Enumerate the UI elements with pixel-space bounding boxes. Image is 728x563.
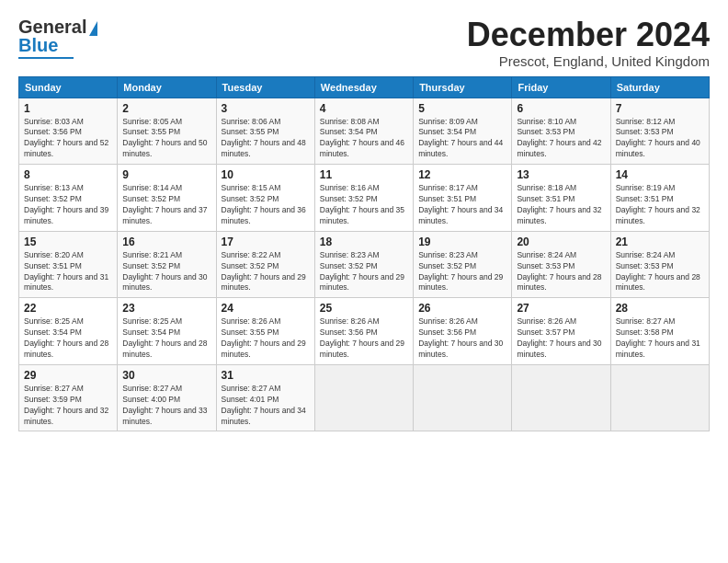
day-info: Sunrise: 8:06 AM Sunset: 3:55 PM Dayligh… bbox=[222, 117, 310, 161]
day-info: Sunrise: 8:10 AM Sunset: 3:53 PM Dayligh… bbox=[517, 117, 605, 161]
day-info: Sunrise: 8:25 AM Sunset: 3:54 PM Dayligh… bbox=[122, 316, 210, 361]
calendar-cell: 24 Sunrise: 8:26 AM Sunset: 3:55 PM Dayl… bbox=[216, 298, 314, 365]
page-header: General Blue December 2024 Prescot, Engl… bbox=[18, 17, 710, 69]
calendar-cell: 9 Sunrise: 8:14 AM Sunset: 3:52 PM Dayli… bbox=[118, 165, 216, 232]
calendar-week-row: 22 Sunrise: 8:25 AM Sunset: 3:54 PM Dayl… bbox=[19, 298, 710, 365]
day-info: Sunrise: 8:03 AM Sunset: 3:56 PM Dayligh… bbox=[24, 117, 112, 161]
day-number: 26 bbox=[418, 302, 506, 315]
weekday-header-row: SundayMondayTuesdayWednesdayThursdayFrid… bbox=[19, 76, 710, 98]
day-info: Sunrise: 8:05 AM Sunset: 3:55 PM Dayligh… bbox=[122, 117, 210, 161]
weekday-header: Wednesday bbox=[314, 76, 413, 98]
logo-text2: Blue bbox=[18, 35, 58, 55]
day-info: Sunrise: 8:08 AM Sunset: 3:54 PM Dayligh… bbox=[320, 117, 408, 161]
day-info: Sunrise: 8:22 AM Sunset: 3:52 PM Dayligh… bbox=[222, 250, 310, 294]
logo-text: General bbox=[18, 17, 97, 37]
day-number: 31 bbox=[222, 369, 310, 382]
calendar-cell: 23 Sunrise: 8:25 AM Sunset: 3:54 PM Dayl… bbox=[118, 298, 216, 365]
weekday-header: Friday bbox=[512, 76, 610, 98]
calendar-cell: 15 Sunrise: 8:20 AM Sunset: 3:51 PM Dayl… bbox=[19, 231, 118, 298]
day-number: 7 bbox=[616, 102, 704, 115]
day-number: 30 bbox=[122, 369, 210, 382]
day-number: 14 bbox=[616, 168, 704, 181]
logo-underline bbox=[18, 57, 74, 59]
day-number: 28 bbox=[616, 302, 704, 315]
day-info: Sunrise: 8:24 AM Sunset: 3:53 PM Dayligh… bbox=[517, 250, 605, 294]
calendar-cell bbox=[610, 364, 709, 431]
day-number: 24 bbox=[222, 302, 310, 315]
weekday-header: Sunday bbox=[19, 76, 118, 98]
weekday-header: Monday bbox=[118, 76, 216, 98]
day-number: 27 bbox=[517, 302, 605, 315]
calendar-cell: 4 Sunrise: 8:08 AM Sunset: 3:54 PM Dayli… bbox=[314, 98, 413, 165]
title-block: December 2024 Prescot, England, United K… bbox=[467, 17, 710, 69]
calendar-page: General Blue December 2024 Prescot, Engl… bbox=[0, 0, 728, 563]
day-number: 12 bbox=[418, 168, 506, 181]
day-number: 21 bbox=[616, 236, 704, 248]
calendar-table: SundayMondayTuesdayWednesdayThursdayFrid… bbox=[18, 76, 710, 432]
calendar-cell: 21 Sunrise: 8:24 AM Sunset: 3:53 PM Dayl… bbox=[610, 231, 709, 298]
day-number: 17 bbox=[222, 236, 310, 248]
day-info: Sunrise: 8:26 AM Sunset: 3:56 PM Dayligh… bbox=[418, 316, 506, 361]
calendar-cell bbox=[414, 364, 512, 431]
calendar-cell: 30 Sunrise: 8:27 AM Sunset: 4:00 PM Dayl… bbox=[118, 364, 216, 431]
calendar-cell: 11 Sunrise: 8:16 AM Sunset: 3:52 PM Dayl… bbox=[314, 165, 413, 232]
calendar-cell: 1 Sunrise: 8:03 AM Sunset: 3:56 PM Dayli… bbox=[19, 98, 118, 165]
day-number: 8 bbox=[24, 168, 112, 181]
calendar-cell: 17 Sunrise: 8:22 AM Sunset: 3:52 PM Dayl… bbox=[216, 231, 314, 298]
day-info: Sunrise: 8:24 AM Sunset: 3:53 PM Dayligh… bbox=[616, 250, 704, 294]
day-info: Sunrise: 8:16 AM Sunset: 3:52 PM Dayligh… bbox=[320, 183, 408, 227]
calendar-cell: 18 Sunrise: 8:23 AM Sunset: 3:52 PM Dayl… bbox=[314, 231, 413, 298]
day-number: 19 bbox=[418, 236, 506, 248]
calendar-week-row: 15 Sunrise: 8:20 AM Sunset: 3:51 PM Dayl… bbox=[19, 231, 710, 298]
calendar-cell: 29 Sunrise: 8:27 AM Sunset: 3:59 PM Dayl… bbox=[19, 364, 118, 431]
day-number: 9 bbox=[122, 168, 210, 181]
day-number: 6 bbox=[517, 102, 605, 115]
calendar-cell: 26 Sunrise: 8:26 AM Sunset: 3:56 PM Dayl… bbox=[414, 298, 512, 365]
weekday-header: Saturday bbox=[610, 76, 709, 98]
day-info: Sunrise: 8:25 AM Sunset: 3:54 PM Dayligh… bbox=[24, 316, 112, 361]
calendar-week-row: 8 Sunrise: 8:13 AM Sunset: 3:52 PM Dayli… bbox=[19, 165, 710, 232]
calendar-cell: 19 Sunrise: 8:23 AM Sunset: 3:52 PM Dayl… bbox=[414, 231, 512, 298]
calendar-week-row: 1 Sunrise: 8:03 AM Sunset: 3:56 PM Dayli… bbox=[19, 98, 710, 165]
day-number: 13 bbox=[517, 168, 605, 181]
day-info: Sunrise: 8:15 AM Sunset: 3:52 PM Dayligh… bbox=[222, 183, 310, 227]
day-info: Sunrise: 8:18 AM Sunset: 3:51 PM Dayligh… bbox=[517, 183, 605, 227]
day-info: Sunrise: 8:23 AM Sunset: 3:52 PM Dayligh… bbox=[320, 250, 408, 294]
calendar-cell: 31 Sunrise: 8:27 AM Sunset: 4:01 PM Dayl… bbox=[216, 364, 314, 431]
calendar-cell: 22 Sunrise: 8:25 AM Sunset: 3:54 PM Dayl… bbox=[19, 298, 118, 365]
calendar-cell: 16 Sunrise: 8:21 AM Sunset: 3:52 PM Dayl… bbox=[118, 231, 216, 298]
day-number: 5 bbox=[418, 102, 506, 115]
location: Prescot, England, United Kingdom bbox=[467, 53, 710, 69]
day-number: 3 bbox=[222, 102, 310, 115]
day-info: Sunrise: 8:12 AM Sunset: 3:53 PM Dayligh… bbox=[616, 117, 704, 161]
day-info: Sunrise: 8:26 AM Sunset: 3:56 PM Dayligh… bbox=[320, 316, 408, 361]
day-info: Sunrise: 8:14 AM Sunset: 3:52 PM Dayligh… bbox=[122, 183, 210, 227]
calendar-cell: 8 Sunrise: 8:13 AM Sunset: 3:52 PM Dayli… bbox=[19, 165, 118, 232]
day-number: 20 bbox=[517, 236, 605, 248]
calendar-cell: 3 Sunrise: 8:06 AM Sunset: 3:55 PM Dayli… bbox=[216, 98, 314, 165]
day-number: 22 bbox=[24, 302, 112, 315]
month-title: December 2024 bbox=[467, 17, 710, 53]
day-info: Sunrise: 8:27 AM Sunset: 3:59 PM Dayligh… bbox=[24, 384, 112, 428]
calendar-cell: 25 Sunrise: 8:26 AM Sunset: 3:56 PM Dayl… bbox=[314, 298, 413, 365]
day-number: 10 bbox=[222, 168, 310, 181]
calendar-cell: 5 Sunrise: 8:09 AM Sunset: 3:54 PM Dayli… bbox=[414, 98, 512, 165]
day-info: Sunrise: 8:19 AM Sunset: 3:51 PM Dayligh… bbox=[616, 183, 704, 227]
day-number: 4 bbox=[320, 102, 408, 115]
day-info: Sunrise: 8:17 AM Sunset: 3:51 PM Dayligh… bbox=[418, 183, 506, 227]
day-info: Sunrise: 8:27 AM Sunset: 4:01 PM Dayligh… bbox=[222, 384, 310, 428]
day-number: 18 bbox=[320, 236, 408, 248]
calendar-cell: 12 Sunrise: 8:17 AM Sunset: 3:51 PM Dayl… bbox=[414, 165, 512, 232]
calendar-cell: 28 Sunrise: 8:27 AM Sunset: 3:58 PM Dayl… bbox=[610, 298, 709, 365]
day-number: 15 bbox=[24, 236, 112, 248]
day-number: 25 bbox=[320, 302, 408, 315]
calendar-cell: 2 Sunrise: 8:05 AM Sunset: 3:55 PM Dayli… bbox=[118, 98, 216, 165]
calendar-cell: 27 Sunrise: 8:26 AM Sunset: 3:57 PM Dayl… bbox=[512, 298, 610, 365]
day-info: Sunrise: 8:09 AM Sunset: 3:54 PM Dayligh… bbox=[418, 117, 506, 161]
day-number: 11 bbox=[320, 168, 408, 181]
calendar-week-row: 29 Sunrise: 8:27 AM Sunset: 3:59 PM Dayl… bbox=[19, 364, 710, 431]
calendar-cell bbox=[314, 364, 413, 431]
weekday-header: Thursday bbox=[414, 76, 512, 98]
day-info: Sunrise: 8:26 AM Sunset: 3:57 PM Dayligh… bbox=[517, 316, 605, 361]
calendar-cell: 13 Sunrise: 8:18 AM Sunset: 3:51 PM Dayl… bbox=[512, 165, 610, 232]
